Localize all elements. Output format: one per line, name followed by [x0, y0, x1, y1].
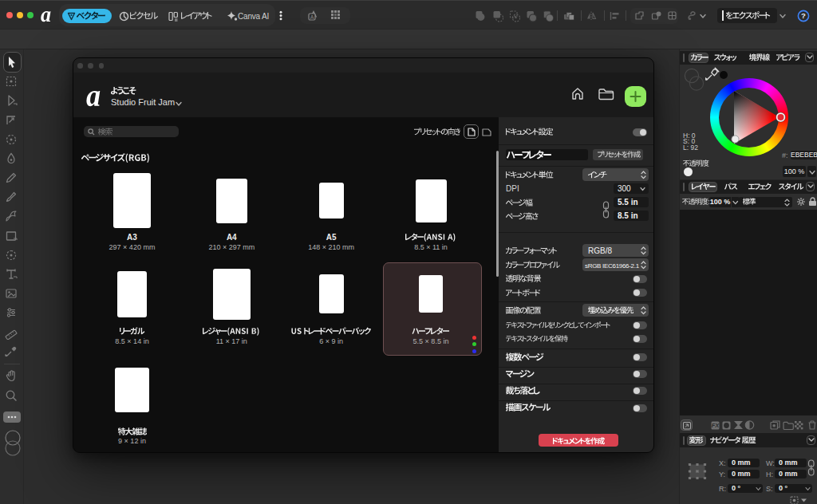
svg-text:?: ?	[801, 11, 806, 20]
svg-text:FX: FX	[712, 422, 720, 429]
svg-text:A: A	[310, 14, 314, 20]
